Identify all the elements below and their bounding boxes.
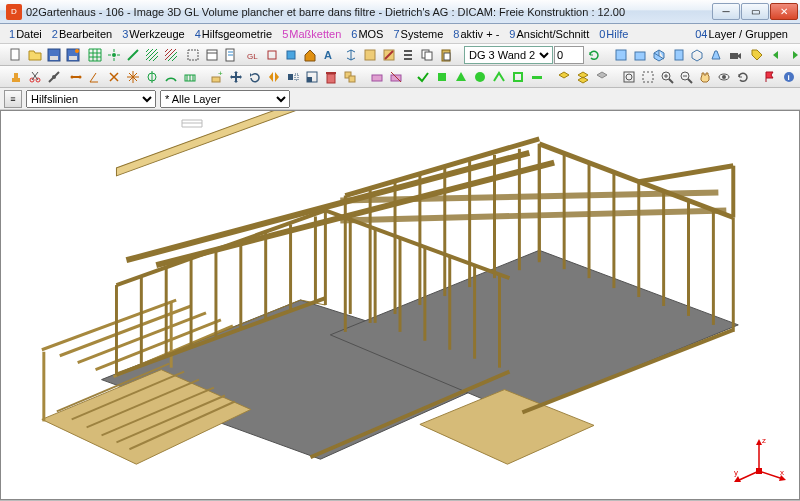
menu-aktiv[interactable]: 8aktiv + - [448, 26, 504, 42]
close-button[interactable]: ✕ [770, 3, 798, 20]
svg-point-34 [52, 75, 56, 79]
green-5-button[interactable] [490, 68, 508, 86]
select-mode-button[interactable] [184, 46, 202, 64]
menu-bearbeiten[interactable]: 2Bearbeiten [47, 26, 117, 42]
zoom-in-button[interactable] [658, 68, 676, 86]
zoom-out-button[interactable] [677, 68, 695, 86]
svg-rect-2 [50, 56, 58, 60]
tag-button[interactable] [748, 46, 766, 64]
grid-button[interactable] [86, 46, 104, 64]
isolate-off-button[interactable] [593, 68, 611, 86]
hatch-2-button[interactable] [162, 46, 180, 64]
scale-button[interactable] [303, 68, 321, 86]
copy-obj-button[interactable] [341, 68, 359, 86]
step-next-button[interactable] [786, 46, 800, 64]
save-as-button[interactable] [64, 46, 82, 64]
add-layer-button[interactable]: + [208, 68, 226, 86]
zoom-window-button[interactable] [639, 68, 657, 86]
snap-arc-button[interactable] [162, 68, 180, 86]
new-file-button[interactable] [7, 46, 25, 64]
filter-2-button[interactable] [387, 68, 405, 86]
snap-button[interactable] [105, 46, 123, 64]
aux-geometry-selector[interactable]: Hilfslinien [26, 90, 156, 108]
layer-filter-selector[interactable]: * Alle Layer [160, 90, 290, 108]
collapse-tree-button[interactable]: ≡ [4, 90, 22, 108]
orbit-button[interactable] [715, 68, 733, 86]
view-top-button[interactable] [612, 46, 630, 64]
menu-ansicht[interactable]: 9Ansicht/Schnitt [504, 26, 594, 42]
svg-text:i: i [788, 73, 790, 82]
green-7-button[interactable] [528, 68, 546, 86]
info-button[interactable]: i [780, 68, 798, 86]
gl-view-button[interactable]: GL [244, 46, 262, 64]
green-1-button[interactable] [414, 68, 432, 86]
paste-button[interactable] [437, 46, 455, 64]
stretch-button[interactable] [284, 68, 302, 86]
zoom-fit-button[interactable] [620, 68, 638, 86]
delete-button[interactable] [322, 68, 340, 86]
timber-frame-model [1, 111, 799, 499]
stamp-button[interactable] [7, 68, 25, 86]
layer-index-input[interactable] [554, 46, 584, 64]
line-button[interactable] [124, 46, 142, 64]
rotate-button[interactable] [246, 68, 264, 86]
house-button[interactable] [301, 46, 319, 64]
svg-point-55 [475, 72, 485, 82]
menu-layer-gruppen[interactable]: 04Layer / Gruppen [690, 26, 796, 42]
hatch-button[interactable] [143, 46, 161, 64]
save-button[interactable] [45, 46, 63, 64]
open-file-button[interactable] [26, 46, 44, 64]
list-button[interactable] [399, 46, 417, 64]
slice-button[interactable] [45, 68, 63, 86]
snap-end-button[interactable] [143, 68, 161, 86]
red-flag-button[interactable] [761, 68, 779, 86]
maximize-button[interactable]: ▭ [741, 3, 769, 20]
green-2-button[interactable] [433, 68, 451, 86]
isolate-button[interactable] [555, 68, 573, 86]
isolate-all-button[interactable] [574, 68, 592, 86]
snap-line-button[interactable] [67, 68, 85, 86]
redraw-button[interactable] [734, 68, 752, 86]
view-side-button[interactable] [669, 46, 687, 64]
view-iso-button[interactable] [650, 46, 668, 64]
snap-star-button[interactable] [124, 68, 142, 86]
filter-button[interactable] [368, 68, 386, 86]
svg-line-130 [539, 144, 733, 218]
wireframe-button[interactable] [263, 46, 281, 64]
viewport-3d[interactable]: z x y [0, 110, 800, 500]
form-button[interactable] [361, 46, 379, 64]
sheet-button[interactable] [222, 46, 240, 64]
svg-rect-26 [635, 52, 645, 60]
green-6-button[interactable] [509, 68, 527, 86]
menu-hilfe[interactable]: 0Hilfe [594, 26, 633, 42]
green-4-button[interactable] [471, 68, 489, 86]
menu-werkzeuge[interactable]: 3Werkzeuge [117, 26, 190, 42]
view-persp-button[interactable] [707, 46, 725, 64]
snap-prod-button[interactable] [181, 68, 199, 86]
menu-mos[interactable]: 6MOS [346, 26, 388, 42]
copy-button[interactable] [418, 46, 436, 64]
step-prev-button[interactable] [767, 46, 785, 64]
green-3-button[interactable] [452, 68, 470, 86]
arrange-button[interactable] [342, 46, 360, 64]
form-edit-button[interactable] [380, 46, 398, 64]
pan-button[interactable] [696, 68, 714, 86]
snap-x-button[interactable] [105, 68, 123, 86]
menu-hilfsgeometrie[interactable]: 4Hilfsgeometrie [190, 26, 277, 42]
menu-systeme[interactable]: 7Systeme [388, 26, 448, 42]
camera-button[interactable] [726, 46, 744, 64]
minimize-button[interactable]: ─ [712, 3, 740, 20]
move-button[interactable] [227, 68, 245, 86]
layer-refresh-button[interactable] [585, 46, 603, 64]
solid-button[interactable] [282, 46, 300, 64]
view-front-button[interactable] [631, 46, 649, 64]
menu-datei[interactable]: 1Datei [4, 26, 47, 42]
snap-angle-button[interactable] [86, 68, 104, 86]
menu-massketten[interactable]: 5Maßketten [277, 26, 346, 42]
mirror-button[interactable] [265, 68, 283, 86]
window-button[interactable] [203, 46, 221, 64]
layer-selector[interactable]: DG 3 Wand 2 [464, 46, 553, 64]
cut-button[interactable] [26, 68, 44, 86]
view-iso2-button[interactable] [688, 46, 706, 64]
text-button[interactable]: A [320, 46, 338, 64]
